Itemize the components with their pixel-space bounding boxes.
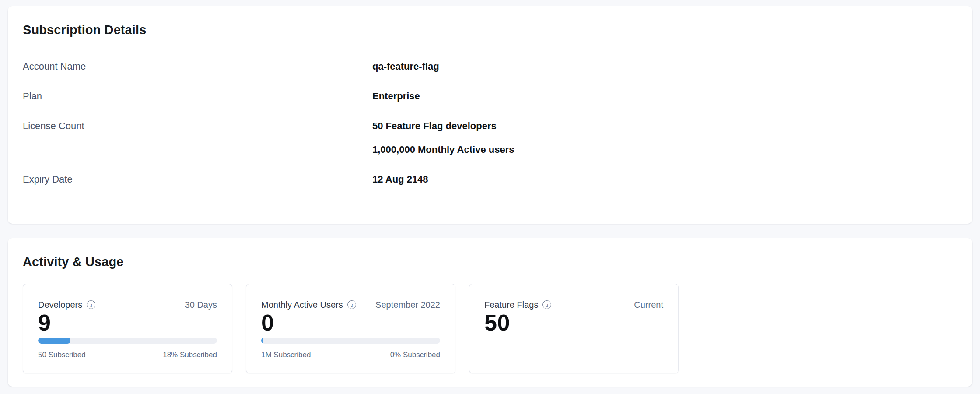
- metric-label: Monthly Active Users: [261, 299, 343, 310]
- row-label: License Count: [23, 119, 372, 157]
- info-icon[interactable]: i: [87, 300, 95, 309]
- period-label: September 2022: [375, 299, 440, 310]
- subscription-details-title: Subscription Details: [23, 22, 957, 38]
- usage-card-header: Developers i 30 Days: [38, 299, 217, 310]
- row-value: qa-feature-flag: [372, 60, 439, 74]
- activity-usage-title: Activity & Usage: [23, 254, 957, 270]
- row-label: Plan: [23, 89, 372, 103]
- usage-card-header: Monthly Active Users i September 2022: [261, 299, 440, 310]
- progress-bar-fill: [38, 338, 70, 344]
- usage-card-feature-flags: Feature Flags i Current 50: [469, 284, 679, 373]
- subscribed-percent-label: 18% Subscribed: [163, 351, 217, 359]
- period-label: 30 Days: [185, 299, 217, 310]
- subscription-details-card: Subscription Details Account Name qa-fea…: [8, 6, 972, 224]
- progress-bar-fill: [261, 338, 263, 344]
- usage-cards-row: Developers i 30 Days 9 50 Subscribed 18%…: [23, 284, 957, 373]
- row-account-name: Account Name qa-feature-flag: [23, 60, 957, 74]
- info-icon[interactable]: i: [542, 300, 551, 309]
- row-plan: Plan Enterprise: [23, 89, 957, 103]
- usage-card-header: Feature Flags i Current: [484, 299, 663, 310]
- row-label: Account Name: [23, 60, 372, 74]
- row-label: Expiry Date: [23, 172, 372, 186]
- period-label: Current: [634, 299, 663, 310]
- subscribed-percent-label: 0% Subscribed: [390, 351, 440, 359]
- progress-bar: [38, 338, 217, 344]
- row-license-count: License Count 50 Feature Flag developers…: [23, 119, 957, 157]
- activity-usage-card: Activity & Usage Developers i 30 Days 9 …: [8, 238, 972, 387]
- row-expiry-date: Expiry Date 12 Aug 2148: [23, 172, 957, 186]
- usage-card-developers: Developers i 30 Days 9 50 Subscribed 18%…: [23, 284, 232, 373]
- info-icon[interactable]: i: [347, 300, 356, 309]
- metric-label: Feature Flags: [484, 299, 538, 310]
- progress-bar: [261, 338, 440, 344]
- row-value: Enterprise: [372, 89, 420, 103]
- usage-card-monthly-active-users: Monthly Active Users i September 2022 0 …: [246, 284, 455, 373]
- metric-value: 0: [261, 311, 440, 334]
- row-value: 12 Aug 2148: [372, 172, 428, 186]
- metric-value: 50: [484, 311, 663, 334]
- subscribed-total-label: 1M Subscribed: [261, 351, 311, 359]
- metric-value: 9: [38, 311, 217, 334]
- subscribed-total-label: 50 Subscribed: [38, 351, 86, 359]
- row-value: 1,000,000 Monthly Active users: [372, 143, 514, 157]
- metric-label: Developers: [38, 299, 82, 310]
- row-value: 50 Feature Flag developers: [372, 119, 514, 133]
